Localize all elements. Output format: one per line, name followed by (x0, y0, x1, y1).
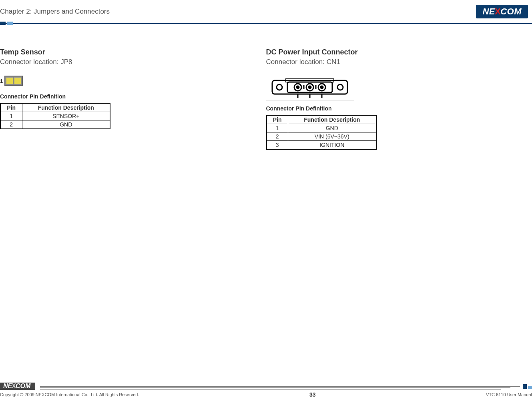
table-row: 3 IGNITION (267, 141, 376, 150)
connector-location-cn1: Connector location: CN1 (266, 58, 524, 66)
table-title-jp8: Connector Pin Definition (0, 93, 258, 100)
cell-pin: 2 (0, 120, 22, 129)
cell-desc: SENSOR+ (22, 112, 110, 120)
jp8-pad (6, 77, 13, 84)
footer-blocks (523, 384, 532, 389)
cell-desc: GND (288, 124, 376, 132)
section-title-dc-power: DC Power Input Connector (266, 48, 524, 56)
header-divider (0, 22, 532, 26)
right-column: DC Power Input Connector Connector locat… (266, 48, 532, 150)
brand-logo-top: NE X COM (476, 5, 528, 18)
jp8-diagram: 1 (0, 76, 258, 86)
logo-text-pre: NE (482, 6, 495, 17)
svg-point-2 (277, 84, 282, 90)
table-row: 1 SENSOR+ (0, 112, 110, 120)
th-desc: Function Description (22, 103, 110, 112)
cell-pin: 1 (0, 112, 22, 120)
section-title-temp-sensor: Temp Sensor (0, 48, 258, 56)
manual-name: VTC 6110 User Manual (486, 392, 532, 397)
cell-pin: 2 (267, 132, 288, 141)
cell-desc: VIN (6V~36V) (288, 132, 376, 141)
logo-text-pre: NE (3, 383, 12, 390)
divider-block-light (7, 22, 13, 25)
pin-table-jp8: Pin Function Description 1 SENSOR+ 2 GND (0, 103, 110, 129)
cn1-diagram (266, 76, 354, 100)
jp8-connector-icon (4, 76, 23, 86)
cell-pin: 1 (267, 124, 288, 132)
connector-location-jp8: Connector location: JP8 (0, 58, 258, 66)
jp8-pad (14, 77, 21, 84)
page-footer: NE X COM Copyright © 2009 NEXCOM Interna… (0, 382, 532, 398)
page-header: Chapter 2: Jumpers and Connectors NE X C… (0, 0, 532, 21)
cell-pin: 3 (267, 141, 288, 150)
cell-desc: IGNITION (288, 141, 376, 150)
jp8-pin1-label: 1 (0, 78, 3, 84)
svg-point-6 (297, 86, 299, 88)
svg-point-3 (337, 84, 343, 90)
copyright-text: Copyright © 2009 NEXCOM International Co… (0, 392, 139, 397)
table-row: 1 GND (267, 124, 376, 132)
table-row: 2 VIN (6V~36V) (267, 132, 376, 141)
svg-point-10 (321, 86, 323, 88)
cn1-connector-icon (270, 77, 350, 99)
left-column: Temp Sensor Connector location: JP8 1 Co… (0, 48, 266, 150)
footer-stripes (40, 386, 520, 387)
logo-text-x: X (495, 6, 501, 17)
th-desc: Function Description (288, 115, 376, 124)
page-number: 33 (309, 391, 316, 398)
divider-block-dark (0, 22, 6, 25)
pin-table-cn1: Pin Function Description 1 GND 2 VIN (6V… (266, 115, 377, 150)
logo-text-post: COM (16, 383, 30, 390)
table-row: 2 GND (0, 120, 110, 129)
th-pin: Pin (267, 115, 288, 124)
cell-desc: GND (22, 120, 110, 129)
th-pin: Pin (0, 103, 22, 112)
logo-text-post: COM (500, 6, 522, 17)
brand-logo-footer: NE X COM (0, 383, 35, 390)
chapter-title: Chapter 2: Jumpers and Connectors (0, 8, 110, 16)
svg-point-8 (309, 86, 311, 88)
table-title-cn1: Connector Pin Definition (266, 105, 524, 112)
